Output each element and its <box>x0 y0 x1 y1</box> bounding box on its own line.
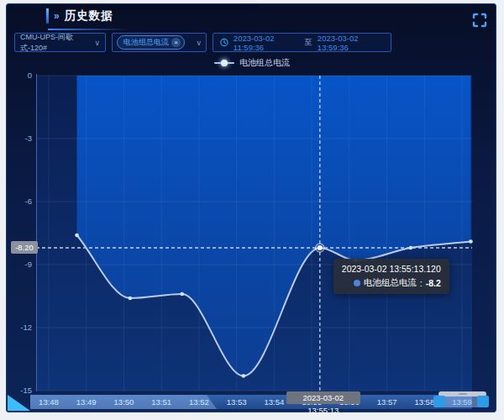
x-axis-tick-label: 13:53 <box>219 396 255 408</box>
date-start: 2023-03-02 11:59:36 <box>234 34 300 52</box>
axis-pointer-y-label: -8.20 <box>11 241 38 254</box>
y-axis-tick-label: -12 <box>2 323 32 332</box>
x-axis-tick-label: 13:50 <box>106 396 141 408</box>
device-select[interactable]: CMU-UPS-间歇式-120# ∨ <box>14 33 106 52</box>
screen: » 历史数据 CMU-UPS-间歇式-120# ∨ 电池组总电流 × ∨ 202… <box>0 0 504 420</box>
date-separator: 至 <box>304 37 312 48</box>
y-axis-tick-label: 0 <box>2 71 32 80</box>
y-axis-tick-label: -6 <box>2 197 32 206</box>
device-select-value: CMU-UPS-间歇式-120# <box>20 32 94 54</box>
y-axis-tick-label: -9 <box>2 260 32 269</box>
metric-tag-label: 电池组总电流 <box>123 37 169 48</box>
fullscreen-button[interactable] <box>470 11 490 31</box>
legend-line-marker <box>214 62 234 64</box>
tooltip-value: -8.2 <box>426 278 441 288</box>
x-axis-tick-label: 13:52 <box>181 396 217 408</box>
title-accent-bar <box>46 8 49 24</box>
tooltip-timestamp: 2023-03-02 13:55:13.120 <box>342 264 441 274</box>
close-icon[interactable]: × <box>171 38 181 47</box>
chevron-down-icon: ∨ <box>94 39 100 47</box>
page-title: 历史数据 <box>65 8 113 24</box>
date-end: 2023-03-02 13:59:36 <box>318 34 384 52</box>
x-axis-tick-label: 13:51 <box>144 396 179 408</box>
tooltip-series-dot-icon <box>354 280 360 286</box>
title-underline <box>48 29 129 30</box>
datazoom-right-handle[interactable] <box>477 396 489 407</box>
chevron-down-icon: ∨ <box>196 39 202 47</box>
metric-select[interactable]: 电池组总电流 × ∨ <box>112 33 207 52</box>
fullscreen-icon <box>471 12 488 29</box>
header: » 历史数据 <box>46 8 113 24</box>
x-axis-tick-label: 13:49 <box>69 396 104 408</box>
decor-corner-triangle <box>8 395 30 411</box>
legend-item[interactable]: 电池组总电流 <box>0 57 504 69</box>
date-range-picker[interactable]: 2023-03-02 11:59:36 至 2023-03-02 13:59:3… <box>213 33 391 52</box>
axis-pointer-x-label: 2023-03-02 13:55:13 <box>286 391 360 404</box>
tooltip-series-name: 电池组总电流 <box>364 277 417 289</box>
title-marker: » <box>54 10 60 22</box>
y-axis-tick-label: -15 <box>2 386 32 395</box>
metric-tag[interactable]: 电池组总电流 × <box>117 35 185 50</box>
datazoom-window[interactable] <box>444 396 478 407</box>
y-axis-tick-label: -3 <box>2 134 32 143</box>
tooltip-separator: : <box>420 278 423 288</box>
x-axis-tick-label: 13:57 <box>370 396 405 408</box>
x-axis-tick-label: 13:48 <box>31 396 66 408</box>
tooltip: 2023-03-02 13:55:13.120 电池组总电流: -8.2 <box>333 259 449 294</box>
datazoom-left-handle[interactable] <box>433 396 445 407</box>
legend-label: 电池组总电流 <box>239 57 290 69</box>
clock-icon <box>220 38 228 47</box>
